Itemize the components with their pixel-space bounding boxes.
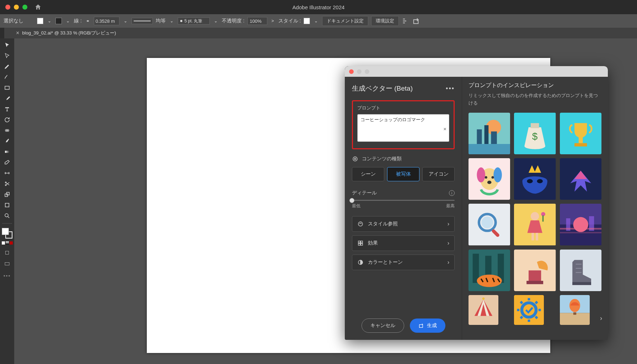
panel-close-button[interactable] xyxy=(349,69,354,74)
screen-mode-icon[interactable] xyxy=(2,259,12,269)
inspiration-thumb-trophy[interactable] xyxy=(560,113,601,154)
shape-builder-tool[interactable] xyxy=(2,126,12,135)
export-icon[interactable] xyxy=(412,17,420,25)
opacity-input[interactable] xyxy=(247,17,267,25)
svg-point-43 xyxy=(537,179,543,183)
clear-prompt-icon[interactable]: × xyxy=(443,126,446,132)
svg-rect-4 xyxy=(5,151,9,153)
artboard-tool[interactable] xyxy=(2,200,12,210)
pen-tool[interactable] xyxy=(2,62,12,71)
document-setup-button[interactable]: ドキュメント設定 xyxy=(322,16,368,26)
scissors-tool[interactable] xyxy=(2,179,12,188)
rotate-tool[interactable] xyxy=(2,115,12,124)
fill-box[interactable] xyxy=(2,228,9,235)
color-tone-row[interactable]: カラーとトーン › xyxy=(352,255,455,270)
panel-strip[interactable] xyxy=(0,28,4,38)
detail-min-label: 最低 xyxy=(352,203,360,209)
panel-titlebar[interactable] xyxy=(345,66,608,77)
selection-tool[interactable] xyxy=(2,41,12,50)
direct-selection-tool[interactable] xyxy=(2,51,12,60)
inspiration-thumb-girl[interactable] xyxy=(514,204,556,245)
inspiration-thumb-dog[interactable] xyxy=(469,158,510,200)
style-swatch[interactable] xyxy=(304,18,310,24)
paintbrush-tool[interactable] xyxy=(2,94,12,103)
style-dropdown-icon[interactable]: ⌄ xyxy=(313,18,319,23)
inspiration-thumb-boot[interactable] xyxy=(560,250,601,291)
minimize-window-button[interactable] xyxy=(14,5,19,10)
inspiration-thumb-moneybag[interactable]: $ xyxy=(514,113,556,154)
type-tool[interactable] xyxy=(2,105,12,114)
gradient-tool[interactable] xyxy=(2,147,12,156)
content-type-icon[interactable]: アイコン xyxy=(422,167,455,181)
none-chip[interactable] xyxy=(10,241,13,245)
cancel-button[interactable]: キャンセル xyxy=(362,318,404,333)
inspiration-thumb-gear[interactable] xyxy=(514,295,544,325)
brush-preview[interactable]: 5 pt. 丸筆 xyxy=(178,17,210,25)
inspiration-thumb-circus[interactable] xyxy=(469,295,498,325)
fill-swatch[interactable] xyxy=(37,18,43,24)
width-tool[interactable] xyxy=(2,168,12,178)
content-type-scene[interactable]: シーン xyxy=(352,167,384,181)
fill-dropdown-icon[interactable]: ⌄ xyxy=(46,18,53,23)
preferences-button[interactable]: 環境設定 xyxy=(371,16,399,26)
svg-rect-32 xyxy=(578,137,583,143)
stroke-swatch-dropdown-icon[interactable]: ⌄ xyxy=(65,18,71,23)
color-chip[interactable] xyxy=(2,241,5,245)
curvature-tool[interactable] xyxy=(2,73,12,82)
stroke-profile-dropdown-icon[interactable]: ⌄ xyxy=(168,18,175,23)
maximize-window-button[interactable] xyxy=(22,5,27,10)
svg-point-13 xyxy=(353,157,357,161)
stroke-width-input[interactable] xyxy=(94,17,119,25)
inspiration-thumb-magnifier[interactable] xyxy=(469,204,510,245)
eraser-tool[interactable] xyxy=(2,158,12,167)
slider-thumb[interactable] xyxy=(349,198,354,203)
panel-minimize-button[interactable] xyxy=(357,69,362,74)
panel-menu-icon[interactable]: ••• xyxy=(446,85,455,92)
svg-rect-11 xyxy=(6,251,9,255)
gradient-chip[interactable] xyxy=(6,241,9,245)
traffic-lights xyxy=(5,5,27,10)
info-icon[interactable]: i xyxy=(449,190,455,196)
stroke-profile-preview[interactable] xyxy=(132,18,153,24)
svg-point-50 xyxy=(531,212,539,220)
close-tab-icon[interactable]: × xyxy=(16,30,19,36)
effects-row[interactable]: 効果 › xyxy=(352,235,455,251)
home-icon[interactable] xyxy=(34,4,42,11)
rectangle-tool[interactable] xyxy=(2,83,12,92)
inspiration-thumb-bird[interactable] xyxy=(560,158,601,200)
close-window-button[interactable] xyxy=(5,5,10,10)
inspiration-thumb-mask[interactable] xyxy=(514,158,556,200)
brush-dropdown-icon[interactable]: ⌄ xyxy=(213,18,219,23)
tools-panel: ••• xyxy=(0,38,14,279)
prompt-input[interactable] xyxy=(357,114,449,142)
fill-stroke-control[interactable] xyxy=(2,228,12,239)
panel-body: 生成ベクター (Beta) ••• プロンプト × コンテンツの種類 シーン 被… xyxy=(345,77,608,340)
edit-toolbar-icon[interactable]: ••• xyxy=(4,273,11,279)
panel-maximize-button[interactable] xyxy=(365,69,369,74)
svg-rect-19 xyxy=(361,243,363,245)
draw-mode-icon[interactable] xyxy=(2,248,12,257)
inspiration-thumb-tiger[interactable] xyxy=(469,250,510,291)
inspiration-thumb-sunset[interactable] xyxy=(560,204,601,245)
scale-tool[interactable] xyxy=(2,190,12,199)
svg-point-77 xyxy=(569,299,580,312)
content-type-subject[interactable]: 被写体 xyxy=(387,167,419,181)
grid-nav-icon[interactable]: › xyxy=(600,315,602,322)
inspiration-thumb-balloon[interactable] xyxy=(560,295,590,325)
stroke-width-dropdown-icon[interactable]: ⌄ xyxy=(122,18,129,23)
style-reference-row[interactable]: スタイル参照 › xyxy=(352,216,455,232)
inspiration-thumb-gramophone[interactable] xyxy=(514,250,556,291)
eyedropper-tool[interactable] xyxy=(2,136,12,146)
stroke-swatch[interactable] xyxy=(55,18,62,24)
panel-header: 生成ベクター (Beta) ••• xyxy=(352,84,455,93)
inspiration-thumb-city[interactable] xyxy=(469,113,510,154)
link-icon[interactable]: ⚭ xyxy=(85,18,91,23)
svg-point-47 xyxy=(481,217,493,229)
opacity-dropdown-icon[interactable]: > xyxy=(270,18,275,23)
align-icon[interactable] xyxy=(402,17,410,25)
generate-button[interactable]: 生成 xyxy=(410,318,445,333)
detail-slider[interactable] xyxy=(352,200,455,201)
document-tab[interactable]: × blog_39_02.ai* @ 33.33 % (RGB/プレビュー) xyxy=(16,30,116,36)
zoom-tool[interactable] xyxy=(2,211,12,220)
svg-point-36 xyxy=(477,167,485,182)
